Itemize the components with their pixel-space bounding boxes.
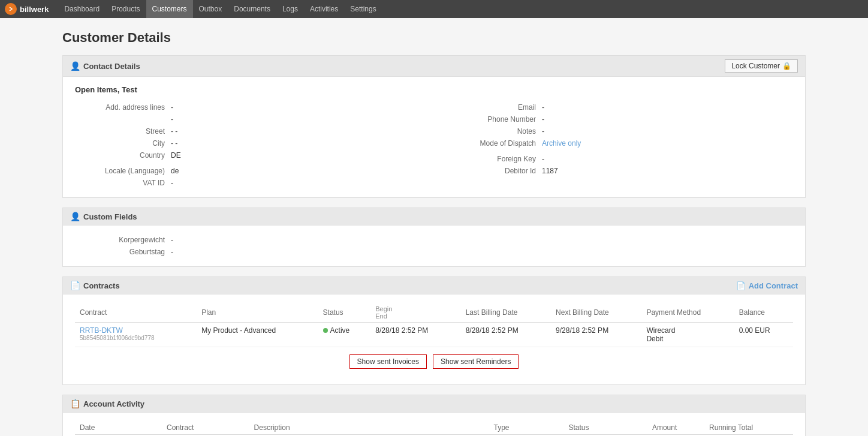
customer-name: Open Items, Test <box>75 85 793 94</box>
contract-id-link[interactable]: RRTB-DKTW <box>80 326 192 335</box>
contact-details-section: 👤 Contact Details Lock Customer 🔒 Open I… <box>62 55 806 198</box>
act-col-amount: Amount <box>647 421 704 435</box>
account-activity-title: Account Activity <box>83 399 144 408</box>
contract-row: RRTB-DKTW 5b8545081b1f006dc9bd778 My Pro… <box>75 323 793 347</box>
payment-top: Wirecard <box>646 326 729 335</box>
nav-documents[interactable]: Documents <box>228 0 276 18</box>
nav-customers[interactable]: Customers <box>146 0 193 18</box>
contact-section-body: Open Items, Test Add. address lines- - S… <box>63 77 805 197</box>
add-contract-button[interactable]: 📄 Add Contract <box>736 281 798 290</box>
custom-fields-body: Korpergewicht- Geburtstag- <box>63 225 805 266</box>
col-payment-method: Payment Method <box>641 303 734 323</box>
contract-last-billing-cell: 8/28/18 2:52 PM <box>461 323 551 347</box>
col-contract: Contract <box>75 303 197 323</box>
custom-fields-header: 👤 Custom Fields <box>63 208 805 225</box>
contact-form-grid: Add. address lines- - Street- - City- - … <box>75 101 793 189</box>
contact-section-header: 👤 Contact Details Lock Customer 🔒 <box>63 56 805 77</box>
col-begin-end: Begin End <box>370 303 460 323</box>
contact-right-fields: Email- Phone Number- Notes- Mode of Disp… <box>446 101 793 189</box>
payment-bottom: Debit <box>646 335 729 343</box>
act-col-description: Description <box>249 421 489 435</box>
status-dot <box>323 328 328 333</box>
col-next-billing: Next Billing Date <box>551 303 641 323</box>
col-balance: Balance <box>734 303 793 323</box>
status-label: Active <box>330 326 350 335</box>
contract-balance-cell: 0.00 EUR <box>734 323 793 347</box>
contract-payment-cell: Wirecard Debit <box>641 323 734 347</box>
nav-activities[interactable]: Activities <box>304 0 344 18</box>
custom-fields-section: 👤 Custom Fields Korpergewicht- Geburtsta… <box>62 208 806 267</box>
col-plan: Plan <box>197 303 318 323</box>
lock-icon: 🔒 <box>782 62 791 70</box>
logo-text: billwerk <box>20 5 49 14</box>
contract-plan-cell: My Product - Advanced <box>197 323 318 347</box>
nav-outbox[interactable]: Outbox <box>193 0 228 18</box>
nav-products[interactable]: Products <box>106 0 146 18</box>
act-col-running-total: Running Total <box>704 421 793 435</box>
fields-icon: 👤 <box>70 212 80 221</box>
top-navigation: billwerk Dashboard Products Customers Ou… <box>0 0 868 18</box>
contracts-title: Contracts <box>83 281 120 290</box>
contracts-table: Contract Plan Status Begin End Last Bill… <box>75 303 793 347</box>
user-icon: 👤 <box>70 61 80 71</box>
app-logo[interactable]: billwerk <box>5 3 49 15</box>
contracts-section: 📄 Contracts 📄 Add Contract Contract Plan… <box>62 276 806 385</box>
add-contract-doc-icon: 📄 <box>736 281 746 290</box>
lock-customer-button[interactable]: Lock Customer 🔒 <box>725 59 798 73</box>
invoice-reminder-buttons: Show sent Invoices Show sent Reminders <box>75 347 793 376</box>
contracts-body: Contract Plan Status Begin End Last Bill… <box>63 294 805 384</box>
account-activity-header: 📋 Account Activity <box>63 395 805 413</box>
contract-begin-end-cell: 8/28/18 2:52 PM <box>370 323 460 347</box>
nav-logs[interactable]: Logs <box>276 0 304 18</box>
activity-table: Date Contract Description Type Status Am… <box>75 421 793 436</box>
account-activity-body: Date Contract Description Type Status Am… <box>63 413 805 436</box>
act-col-contract: Contract <box>162 421 249 435</box>
contract-status-cell: Active <box>318 323 371 347</box>
contract-next-billing-cell: 9/28/18 2:52 PM <box>551 323 641 347</box>
contract-sub-id: 5b8545081b1f006dc9bd778 <box>80 335 192 341</box>
svg-point-0 <box>8 6 14 12</box>
show-sent-invoices-button[interactable]: Show sent Invoices <box>349 354 427 369</box>
contact-left-fields: Add. address lines- - Street- - City- - … <box>75 101 422 189</box>
act-col-type: Type <box>489 421 563 435</box>
logo-icon <box>5 3 17 15</box>
act-col-status: Status <box>564 421 647 435</box>
account-activity-section: 📋 Account Activity Date Contract Descrip… <box>62 395 806 436</box>
nav-settings[interactable]: Settings <box>344 0 382 18</box>
col-status: Status <box>318 303 371 323</box>
act-col-date: Date <box>75 421 162 435</box>
page-title: Customer Details <box>62 30 806 46</box>
show-sent-reminders-button[interactable]: Show sent Reminders <box>433 354 519 369</box>
contract-icon: 📄 <box>70 281 80 290</box>
nav-dashboard[interactable]: Dashboard <box>58 0 106 18</box>
custom-fields-title: Custom Fields <box>83 212 137 221</box>
activity-icon: 📋 <box>70 399 80 408</box>
contact-section-title: Contact Details <box>83 62 140 71</box>
col-last-billing: Last Billing Date <box>461 303 551 323</box>
contracts-section-header: 📄 Contracts 📄 Add Contract <box>63 277 805 294</box>
contract-id-cell: RRTB-DKTW 5b8545081b1f006dc9bd778 <box>75 323 197 347</box>
